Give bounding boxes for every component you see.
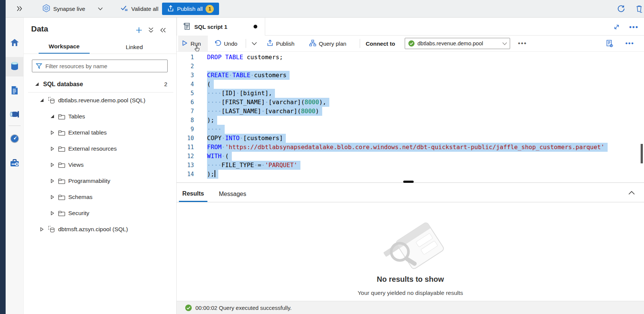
rail-item-develop[interactable] — [6, 81, 24, 101]
tree-item-tables[interactable]: Tables — [24, 108, 176, 124]
editor-more-actions[interactable]: ••• — [622, 36, 637, 51]
tree-item-external-resources[interactable]: External resources — [24, 141, 176, 157]
run-options-chevron[interactable] — [249, 36, 260, 51]
code-line-12[interactable]: 12WITH·( — [177, 152, 644, 161]
code-line-13[interactable]: 13····FILE_TYPE·=·'PARQUET' — [177, 161, 644, 170]
tree-item-security[interactable]: Security — [24, 205, 176, 221]
refresh-icon[interactable] — [617, 0, 625, 17]
rail-item-monitor[interactable] — [6, 130, 24, 149]
collapsed-caret-icon[interactable] — [39, 227, 45, 232]
line-number: 13 — [177, 161, 194, 170]
tab-linked[interactable]: Linked — [114, 40, 155, 54]
database-icon — [10, 61, 20, 72]
expand-editor-icon[interactable] — [612, 23, 621, 31]
tree-item-label: Programmability — [68, 178, 110, 184]
collapsed-caret-icon[interactable] — [49, 147, 55, 151]
run-button[interactable]: Run — [178, 36, 208, 51]
toolbar-more-actions[interactable]: ••• — [515, 36, 530, 51]
code-line-14[interactable]: 14); — [177, 170, 644, 179]
line-number: 9 — [177, 125, 194, 134]
tab-sql-script-1[interactable]: SQL script 1 — [177, 18, 265, 36]
tree-item-label: Views — [68, 161, 84, 168]
expanded-caret-icon[interactable] — [49, 114, 55, 118]
code-line-3[interactable]: 3CREATE·TABLE·customers — [177, 71, 644, 80]
collapse-panel-icon[interactable] — [159, 26, 167, 34]
line-number: 8 — [177, 116, 194, 125]
toolbar-divider — [246, 39, 246, 48]
main-content: SQL script 1 ••• Run Undo — [177, 18, 644, 314]
line-number: 3 — [177, 71, 194, 80]
tree-item-label: Schemas — [68, 194, 93, 200]
empty-results-state: No results to show Your query yielded no… — [177, 205, 644, 296]
tab-title: SQL script 1 — [194, 24, 227, 30]
line-number: 12 — [177, 152, 194, 161]
code-line-4[interactable]: 4( — [177, 80, 644, 89]
tab-messages[interactable]: Messages — [216, 186, 249, 202]
rail-item-data[interactable] — [6, 57, 24, 76]
play-icon — [181, 40, 188, 48]
unsaved-changes-dot — [254, 25, 257, 28]
line-number: 14 — [177, 170, 194, 179]
status-message: 00:00:02 Query executed successfully. — [195, 305, 292, 311]
line-number: 6 — [177, 98, 194, 107]
line-number: 7 — [177, 107, 194, 116]
code-line-2[interactable]: 2 — [177, 62, 644, 71]
code-line-1[interactable]: 1DROP TABLE customers; — [177, 53, 644, 62]
publish-all-button[interactable]: Publish all 1 — [162, 3, 219, 15]
tree-item-dbtlabs-revenue-demo-pool-sql[interactable]: dbtlabs.revenue.demo.pool (SQL) — [24, 92, 176, 108]
tree-item-views[interactable]: Views — [24, 157, 176, 173]
code-line-8[interactable]: 8); — [177, 116, 644, 125]
line-content: ···· — [207, 125, 225, 134]
collapsed-caret-icon[interactable] — [49, 195, 55, 199]
environment-switcher[interactable]: Synapse live — [42, 0, 103, 17]
collapsed-caret-icon[interactable] — [49, 179, 55, 183]
tree-root-label: SQL database — [43, 81, 83, 88]
home-icon — [10, 38, 20, 49]
code-line-6[interactable]: 6····[FIRST_NAME]·[varchar](8000), — [177, 98, 644, 107]
validate-all-label: Validate all — [131, 6, 158, 12]
filter-resources-input[interactable] — [45, 63, 167, 69]
code-line-10[interactable]: 10COPY·INTO·[customers] — [177, 134, 644, 143]
query-plan-button[interactable]: Query plan — [306, 36, 349, 51]
properties-icon[interactable] — [603, 36, 616, 51]
publish-button[interactable]: Publish — [264, 36, 297, 51]
tab-workspace[interactable]: Workspace — [39, 40, 90, 54]
line-number: 5 — [177, 89, 194, 98]
sql-code-editor[interactable]: 1DROP TABLE customers;23CREATE·TABLE·cus… — [177, 52, 644, 182]
query-plan-label: Query plan — [319, 40, 346, 47]
editor-scrollbar-thumb[interactable] — [641, 144, 643, 163]
rail-item-manage[interactable] — [6, 154, 24, 173]
add-resource-button[interactable] — [135, 26, 143, 34]
line-content: COPY·INTO·[customers] — [207, 134, 286, 143]
line-number: 10 — [177, 134, 194, 143]
collapsed-caret-icon[interactable] — [49, 211, 55, 215]
query-plan-icon — [309, 40, 316, 48]
connect-to-pool-dropdown[interactable]: dbtlabs.revenue.demo.pool — [405, 38, 510, 49]
tree-item-dbtmsft-azsyn-cipool-sql[interactable]: dbtmsft.azsyn.cipool (SQL) — [24, 221, 176, 237]
double-chevron-right-icon[interactable] — [16, 0, 23, 17]
double-chevron-down-icon[interactable] — [147, 26, 155, 34]
tree-root-sql-database[interactable]: SQL database 2 — [24, 76, 176, 92]
rail-item-integrate[interactable] — [6, 105, 24, 125]
pool-name: dbtlabs.revenue.demo.pool — [417, 40, 483, 46]
collapse-results-chevron[interactable] — [628, 190, 635, 196]
rail-item-home[interactable] — [6, 34, 24, 53]
code-line-7[interactable]: 7····[LAST_NAME]·[varchar](8000) — [177, 107, 644, 116]
expanded-caret-icon[interactable] — [39, 98, 45, 102]
tab-more-actions[interactable]: ••• — [630, 23, 638, 31]
tab-results-label: Results — [182, 190, 204, 197]
collapsed-caret-icon[interactable] — [49, 130, 55, 135]
line-number: 1 — [177, 53, 194, 62]
tree-item-programmability[interactable]: Programmability — [24, 173, 176, 189]
code-line-5[interactable]: 5····[ID]·[bigint], — [177, 89, 644, 98]
tab-results[interactable]: Results — [179, 186, 207, 202]
collapsed-caret-icon[interactable] — [49, 163, 55, 167]
tree-item-external-tables[interactable]: External tables — [24, 124, 176, 141]
validate-all-button[interactable]: Validate all — [120, 0, 158, 17]
tree-item-schemas[interactable]: Schemas — [24, 189, 176, 205]
left-edge-strip — [0, 0, 6, 314]
trash-icon[interactable] — [635, 0, 643, 17]
code-line-9[interactable]: 9···· — [177, 125, 644, 134]
code-line-11[interactable]: 11FROM·'https://dbtlabsynapsedatalake.bl… — [177, 143, 644, 152]
undo-button[interactable]: Undo — [211, 36, 240, 51]
